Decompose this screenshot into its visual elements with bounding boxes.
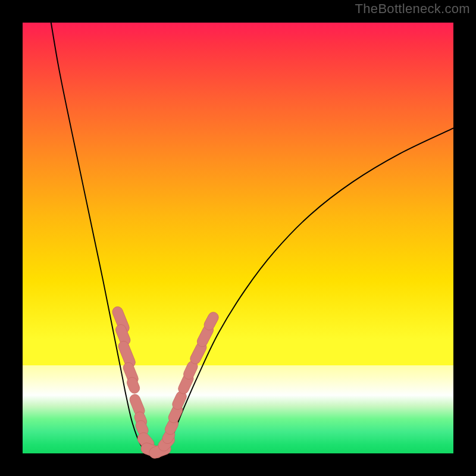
marker-layer [111,305,220,460]
chart-svg [23,23,453,453]
plot-area [23,23,453,453]
chart-container: TheBottleneck.com [0,0,476,476]
watermark-text: TheBottleneck.com [355,1,470,17]
curve-right-branch [155,128,453,453]
curve-layer [51,23,453,453]
